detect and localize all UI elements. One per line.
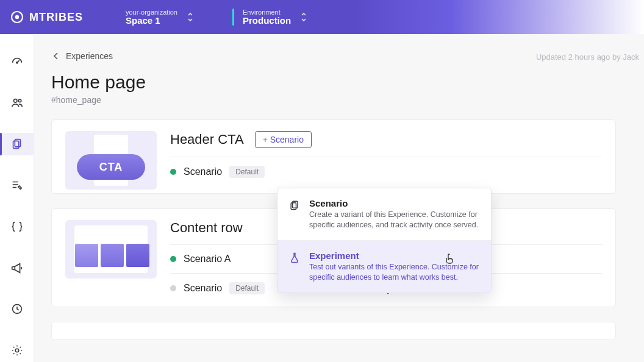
breadcrumb[interactable]: Experiences	[51, 51, 616, 61]
svg-rect-9	[293, 201, 298, 208]
environment-marker	[232, 9, 234, 26]
environment-label: Environment	[243, 9, 291, 16]
new-scenario-menu: Scenario Create a variant of this Experi…	[277, 188, 492, 293]
flask-icon	[288, 252, 301, 264]
scenario-name: Scenario A	[184, 254, 231, 264]
status-dot	[170, 169, 176, 175]
top-app-bar: MTRIBES your-organization Space 1 Enviro…	[0, 0, 644, 34]
page-slug: #home_page	[51, 95, 616, 105]
list-edit-icon	[10, 179, 24, 192]
svg-point-3	[13, 99, 17, 102]
status-dot	[170, 285, 176, 291]
status-dot	[170, 256, 176, 262]
environment-selector[interactable]: Environment Production	[224, 5, 317, 30]
svg-point-8	[15, 349, 19, 352]
experience-title: Content row	[170, 220, 243, 236]
chevron-updown-icon	[186, 12, 195, 22]
experience-title: Header CTA	[170, 132, 244, 147]
svg-point-1	[15, 15, 19, 19]
cta-badge: CTA	[77, 154, 145, 180]
side-nav	[0, 34, 34, 362]
menu-item-title: Scenario	[309, 198, 480, 208]
experience-thumbnail	[65, 220, 157, 279]
svg-point-2	[16, 62, 17, 63]
svg-rect-10	[291, 203, 296, 210]
menu-item-title: Experiment	[309, 250, 480, 261]
environment-name: Production	[243, 16, 291, 26]
svg-rect-6	[13, 141, 18, 149]
experience-card-header-cta: CTA Header CTA + Scenario Scenario Defau…	[51, 119, 616, 194]
brand-logo: MTRIBES	[10, 10, 83, 24]
new-scenario-button[interactable]: + Scenario	[255, 131, 312, 148]
scenario-name: Scenario	[184, 166, 222, 177]
cursor-pointer-icon	[445, 254, 454, 264]
space-name: Space 1	[126, 16, 177, 26]
gear-icon	[10, 344, 24, 357]
sidebar-item-settings[interactable]	[0, 339, 34, 362]
braces-icon	[10, 220, 24, 233]
gauge-icon	[10, 55, 24, 68]
clock-icon	[10, 302, 24, 316]
scenario-row[interactable]: Scenario Default	[170, 157, 602, 186]
megaphone-icon	[10, 261, 24, 275]
sidebar-item-audiences[interactable]	[0, 91, 34, 115]
users-icon	[10, 96, 24, 110]
page-title: Home page	[51, 72, 616, 93]
default-chip: Default	[229, 166, 265, 178]
sidebar-item-announce[interactable]	[0, 257, 34, 280]
sidebar-item-content[interactable]	[0, 174, 34, 197]
chevron-left-icon	[51, 51, 61, 61]
svg-rect-5	[15, 140, 20, 147]
sidebar-item-experiences[interactable]	[0, 133, 34, 156]
sidebar-item-activity[interactable]	[0, 298, 34, 321]
updated-meta: Updated 2 hours ago by Jack	[536, 52, 644, 62]
default-chip: Default	[229, 282, 265, 294]
logo-mark-icon	[10, 10, 24, 24]
sidebar-item-code[interactable]	[0, 215, 34, 238]
brand-name: MTRIBES	[29, 11, 83, 24]
scenario-name: Scenario	[184, 283, 222, 294]
breadcrumb-parent: Experiences	[66, 51, 113, 61]
menu-item-desc: Test out variants of this Experience. Cu…	[309, 262, 480, 283]
menu-item-desc: Create a variant of this Experience. Cus…	[309, 210, 480, 230]
experience-thumbnail: CTA	[65, 131, 157, 190]
space-selector[interactable]: your-organization Space 1	[117, 5, 203, 30]
menu-item-experiment[interactable]: Experiment Test out variants of this Exp…	[277, 240, 491, 293]
main-area: Experiences Updated 2 hours ago by Jack …	[34, 34, 644, 362]
menu-item-scenario[interactable]: Scenario Create a variant of this Experi…	[277, 188, 491, 240]
sidebar-item-dashboard[interactable]	[0, 50, 34, 73]
layers-icon	[10, 137, 24, 151]
layers-icon	[288, 199, 301, 211]
experience-card-extra	[51, 322, 616, 340]
chevron-updown-icon	[299, 12, 308, 22]
svg-point-4	[18, 99, 21, 102]
space-label: your-organization	[126, 9, 177, 16]
